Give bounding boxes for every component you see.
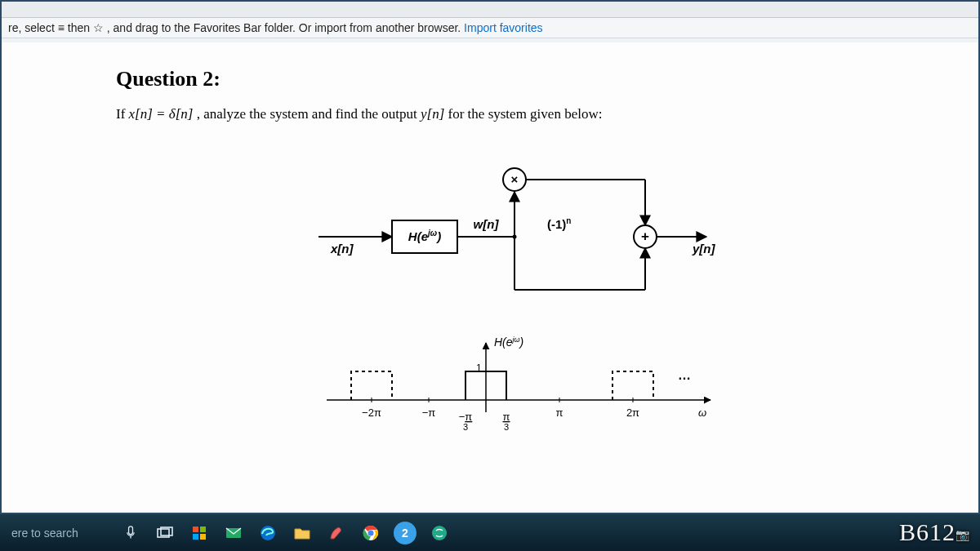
edge-icon[interactable] xyxy=(256,522,279,544)
taskview-icon[interactable] xyxy=(154,522,176,544)
plot-ylabel: H(ejω) xyxy=(494,335,523,349)
prompt-math-1: x[n] = δ[n] xyxy=(129,106,194,122)
prompt-c: , analyze the system and find the output xyxy=(197,106,421,122)
favorites-hint-bar: re, select ≡ then ☆ , and drag to the Fa… xyxy=(2,18,978,38)
explorer-icon[interactable] xyxy=(291,522,314,544)
yn-label: y[n] xyxy=(692,242,716,256)
notification-badge[interactable]: 2 xyxy=(394,522,416,544)
plus-symbol: + xyxy=(641,229,649,244)
mult-symbol: × xyxy=(511,172,519,186)
svg-point-30 xyxy=(432,526,447,540)
windows-taskbar[interactable]: ere to search 2 xyxy=(0,514,980,551)
neg1n-label: (-1)n xyxy=(547,216,571,231)
chrome-icon[interactable] xyxy=(359,522,382,544)
tick-pi3: π3 xyxy=(503,411,510,432)
tick-omega: ω xyxy=(698,407,706,419)
svg-rect-25 xyxy=(200,534,206,540)
tick-2pi: 2π xyxy=(626,407,639,419)
page-content: Question 2: If x[n] = δ[n] , analyze the… xyxy=(2,42,978,513)
svg-rect-23 xyxy=(200,527,206,532)
prompt-e: for the system given below: xyxy=(448,106,603,122)
tick-m2pi: −2π xyxy=(362,407,381,419)
taskbar-icons: 2 xyxy=(119,522,451,544)
watermark: B612📷 xyxy=(899,518,970,546)
wn-label: w[n] xyxy=(474,217,500,231)
tick-pi: π xyxy=(556,407,564,419)
watermark-text: B612 xyxy=(899,518,956,545)
import-favorites-link[interactable]: Import favorites xyxy=(464,21,542,34)
mail-icon[interactable] xyxy=(222,522,245,544)
prompt-math-2: y[n] xyxy=(421,106,444,122)
svg-rect-19 xyxy=(129,526,133,534)
paint-icon[interactable] xyxy=(325,522,348,544)
tick-mpi: −π xyxy=(422,407,436,419)
question-prompt: If x[n] = δ[n] , analyze the system and … xyxy=(116,106,913,122)
question-title: Question 2: xyxy=(116,67,913,91)
plot-dots: … xyxy=(678,368,691,382)
diagram-container: x[n] H(ejω) w[n] × (-1)n xyxy=(116,147,913,433)
svg-point-29 xyxy=(368,530,374,535)
xn-label: x[n] xyxy=(330,242,354,256)
tick-mpi3: −π3 xyxy=(459,411,473,432)
mic-icon[interactable] xyxy=(119,522,142,544)
block-diagram: x[n] H(ejω) w[n] × (-1)n xyxy=(302,147,727,310)
watermark-sub: 📷 xyxy=(956,529,970,541)
taskbar-search[interactable]: ere to search xyxy=(5,527,103,540)
svg-rect-22 xyxy=(193,527,198,532)
fav-text-b: , and drag to the Favorites Bar folder. … xyxy=(107,21,464,34)
window-titlebar xyxy=(2,2,978,18)
svg-rect-24 xyxy=(193,534,198,540)
star-icon: ☆ xyxy=(93,21,104,34)
filter-plot: H(ejω) 1 … −2π −π −π3 π3 xyxy=(302,335,727,433)
prompt-a: If xyxy=(116,106,129,122)
app-icon[interactable] xyxy=(428,522,451,544)
store-icon[interactable] xyxy=(188,522,211,544)
fav-text-a: re, select ≡ then xyxy=(8,21,93,34)
badge-number: 2 xyxy=(402,527,408,540)
